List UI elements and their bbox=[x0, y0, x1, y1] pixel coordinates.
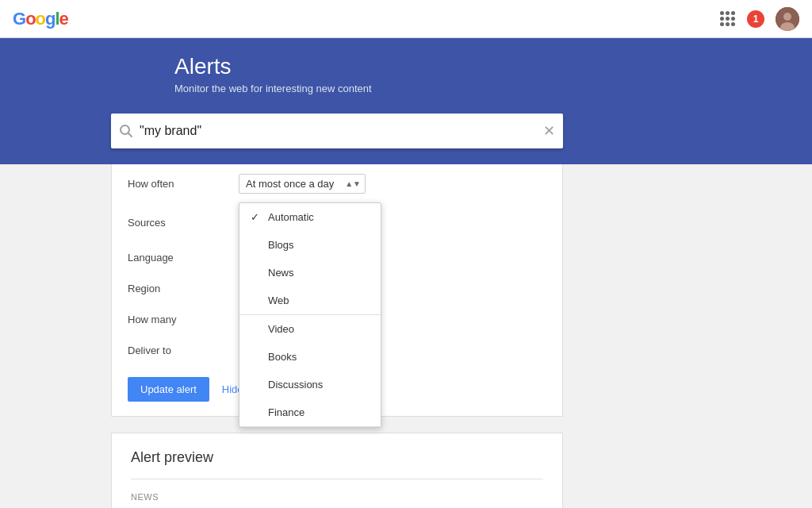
page-subtitle: Monitor the web for interesting new cont… bbox=[174, 83, 812, 94]
header-banner: Alerts Monitor the web for interesting n… bbox=[0, 38, 812, 114]
top-navigation: Google 1 bbox=[0, 0, 812, 38]
language-label: Language bbox=[128, 252, 239, 264]
region-label: Region bbox=[128, 283, 239, 294]
deliver-to-label: Deliver to bbox=[128, 344, 239, 356]
search-icon bbox=[119, 124, 133, 138]
dropdown-item-automatic[interactable]: Automatic bbox=[239, 203, 381, 231]
sources-label: Sources bbox=[128, 217, 239, 229]
page-title: Alerts bbox=[174, 54, 812, 79]
dropdown-item-finance[interactable]: Finance bbox=[239, 398, 381, 426]
main-content: How often At most once a day As-it-happe… bbox=[0, 164, 812, 508]
how-often-select[interactable]: At most once a day As-it-happens At most… bbox=[239, 174, 366, 194]
dropdown-item-discussions[interactable]: Discussions bbox=[239, 371, 381, 398]
svg-point-1 bbox=[783, 13, 791, 21]
how-many-label: How many bbox=[128, 314, 239, 325]
nav-right-icons: 1 bbox=[720, 7, 799, 31]
how-often-row: How often At most once a day As-it-happe… bbox=[112, 164, 562, 203]
dropdown-item-books[interactable]: Books bbox=[239, 343, 381, 371]
avatar[interactable] bbox=[776, 7, 799, 31]
options-panel: How often At most once a day As-it-happe… bbox=[111, 164, 563, 417]
notification-badge[interactable]: 1 bbox=[747, 10, 764, 28]
google-logo: Google bbox=[13, 9, 68, 29]
search-box: ✕ bbox=[111, 114, 563, 148]
preview-source-label: NEWS bbox=[131, 492, 543, 502]
dropdown-section-2: Video Books Discussions Finance bbox=[239, 315, 381, 427]
dropdown-item-blogs[interactable]: Blogs bbox=[239, 231, 381, 259]
apps-icon[interactable] bbox=[720, 11, 736, 27]
dropdown-item-web[interactable]: Web bbox=[239, 287, 381, 314]
search-input[interactable] bbox=[140, 124, 543, 138]
update-alert-button[interactable]: Update alert bbox=[128, 377, 209, 402]
clear-icon[interactable]: ✕ bbox=[543, 122, 555, 140]
search-bar-area: ✕ bbox=[0, 114, 812, 164]
sources-dropdown: Automatic Blogs News Web Video Books Dis… bbox=[239, 202, 381, 428]
alert-preview-panel: Alert preview NEWS Ryan Korban Creates a… bbox=[111, 433, 563, 508]
svg-line-4 bbox=[128, 133, 132, 137]
dropdown-item-video[interactable]: Video bbox=[239, 315, 381, 343]
dropdown-section-1: Automatic Blogs News Web bbox=[239, 203, 381, 315]
preview-title: Alert preview bbox=[131, 449, 543, 466]
dropdown-item-news[interactable]: News bbox=[239, 259, 381, 287]
how-often-label: How often bbox=[128, 178, 239, 190]
how-often-select-wrapper: At most once a day As-it-happens At most… bbox=[239, 174, 366, 194]
preview-divider bbox=[131, 479, 543, 479]
